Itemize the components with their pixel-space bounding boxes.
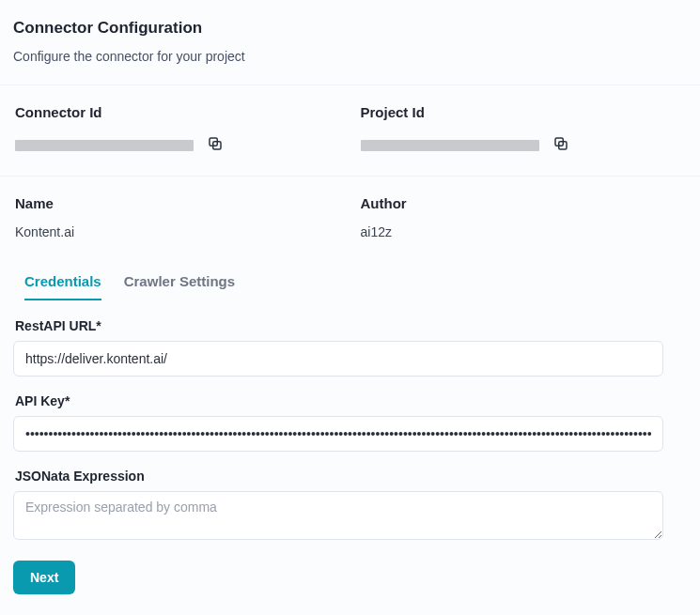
jsonata-expression-textarea[interactable] — [13, 491, 663, 540]
connector-id-label: Connector Id — [15, 104, 342, 120]
project-id-block: Project Id — [361, 104, 688, 157]
tab-credentials[interactable]: Credentials — [24, 266, 101, 300]
author-value: ai12z — [361, 224, 688, 239]
page-title: Connector Configuration — [13, 19, 687, 38]
copy-icon — [207, 135, 224, 155]
name-label: Name — [15, 195, 342, 211]
name-block: Name Kontent.ai — [15, 195, 342, 239]
tabs: Credentials Crawler Settings — [13, 266, 687, 301]
tab-crawler-settings[interactable]: Crawler Settings — [124, 266, 235, 300]
section-divider — [0, 85, 700, 85]
author-block: Author ai12z — [361, 195, 688, 239]
ids-row: Connector Id Project Id — [13, 104, 687, 157]
section-divider — [0, 176, 700, 177]
copy-icon — [552, 135, 569, 155]
author-label: Author — [361, 195, 688, 211]
connector-id-copy-button[interactable] — [205, 133, 226, 157]
connector-id-block: Connector Id — [15, 104, 342, 157]
credentials-form: RestAPI URL* API Key* JSONata Expression… — [13, 318, 687, 594]
api-key-label: API Key* — [13, 393, 687, 408]
restapi-url-label: RestAPI URL* — [13, 318, 687, 333]
name-author-row: Name Kontent.ai Author ai12z — [13, 195, 687, 239]
project-id-label: Project Id — [361, 104, 688, 120]
project-id-value — [361, 140, 539, 151]
jsonata-expression-label: JSONata Expression — [13, 469, 687, 484]
project-id-copy-button[interactable] — [551, 133, 571, 157]
connector-id-value — [15, 140, 194, 151]
page-subtitle: Configure the connector for your project — [13, 49, 687, 64]
next-button[interactable]: Next — [13, 561, 75, 594]
api-key-input[interactable] — [13, 416, 663, 452]
restapi-url-input[interactable] — [13, 341, 663, 377]
name-value: Kontent.ai — [15, 224, 342, 239]
